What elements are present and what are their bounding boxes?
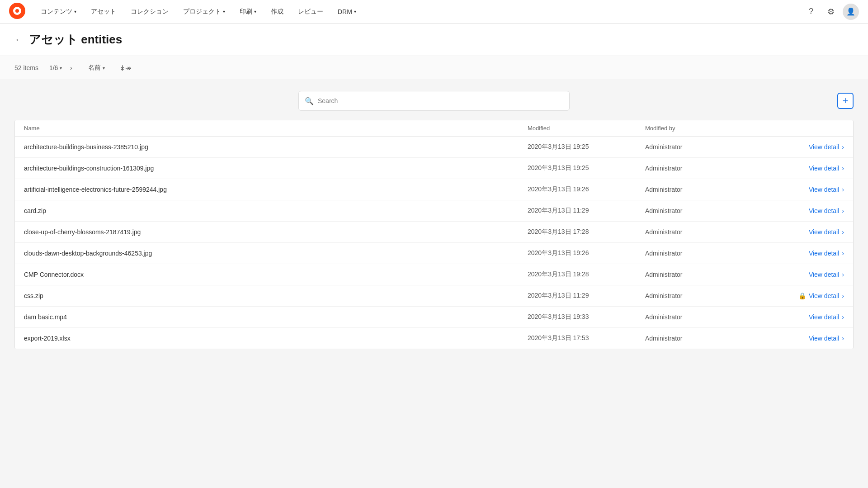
row-chevron-icon[interactable]: › xyxy=(842,292,844,299)
items-count: 52 items xyxy=(14,64,38,71)
settings-button[interactable]: ⚙ xyxy=(823,4,839,20)
cell-name: close-up-of-cherry-blossoms-2187419.jpg xyxy=(24,228,528,236)
lock-icon: 🔒 xyxy=(798,292,806,299)
view-detail-link[interactable]: View detail xyxy=(809,186,839,193)
view-detail-link[interactable]: View detail xyxy=(809,313,839,321)
cell-name: architecture-buildings-construction-1613… xyxy=(24,165,528,172)
table-header: Name Modified Modified by xyxy=(15,120,853,137)
cell-action: 🔒 View detail › xyxy=(763,292,844,299)
help-button[interactable]: ? xyxy=(803,4,819,20)
cell-action: View detail › xyxy=(763,335,844,342)
cell-name: artificial-intelligence-electronics-futu… xyxy=(24,186,528,193)
column-header-action xyxy=(763,125,844,132)
row-chevron-icon[interactable]: › xyxy=(842,165,844,172)
svg-point-2 xyxy=(15,9,19,13)
view-detail-link[interactable]: View detail xyxy=(809,250,839,257)
cell-modified-by: Administrator xyxy=(645,313,763,321)
next-page-button[interactable]: › xyxy=(65,62,77,74)
row-chevron-icon[interactable]: › xyxy=(842,313,844,321)
nav-item-drm[interactable]: DRM ▾ xyxy=(331,5,363,18)
plus-icon: + xyxy=(843,95,849,107)
chevron-right-icon: › xyxy=(70,64,72,71)
column-header-modified-by: Modified by xyxy=(645,125,763,132)
cell-action: View detail › xyxy=(763,228,844,236)
sort-by-name-button[interactable]: 名前 ▾ xyxy=(85,62,108,74)
cell-name: architecture-buildings-business-2385210.… xyxy=(24,143,528,151)
view-detail-link[interactable]: View detail xyxy=(809,228,839,236)
chevron-down-icon: ▾ xyxy=(354,9,356,14)
table-row: css.zip 2020年3月13日 11:29 Administrator 🔒… xyxy=(15,285,853,307)
cell-modified-by: Administrator xyxy=(645,271,763,278)
cell-modified-by: Administrator xyxy=(645,165,763,172)
table-row: clouds-dawn-desktop-backgrounds-46253.jp… xyxy=(15,243,853,264)
cell-modified-by: Administrator xyxy=(645,143,763,151)
cell-modified-by: Administrator xyxy=(645,335,763,342)
nav-item-review[interactable]: レビュー xyxy=(292,5,330,19)
view-detail-link[interactable]: View detail xyxy=(809,143,839,151)
assets-table: Name Modified Modified by architecture-b… xyxy=(14,120,854,349)
cell-name: CMP Connector.docx xyxy=(24,271,528,278)
cell-modified-by: Administrator xyxy=(645,186,763,193)
column-header-name: Name xyxy=(24,125,528,132)
back-button[interactable]: ← xyxy=(14,34,24,45)
nav-item-create[interactable]: 作成 xyxy=(264,5,290,19)
pagination: 1/6 ▾ › xyxy=(49,62,77,74)
user-avatar[interactable]: 👤 xyxy=(843,4,859,20)
toolbar: 52 items 1/6 ▾ › 名前 ▾ ↡↠ xyxy=(0,56,868,80)
cell-modified-by: Administrator xyxy=(645,250,763,257)
view-detail-link[interactable]: View detail xyxy=(809,165,839,172)
table-rows: architecture-buildings-business-2385210.… xyxy=(15,137,853,349)
row-chevron-icon[interactable]: › xyxy=(842,250,844,257)
page-header: ← アセット entities xyxy=(0,24,868,56)
add-button[interactable]: + xyxy=(837,93,854,109)
cell-modified: 2020年3月13日 11:29 xyxy=(528,207,645,215)
nav-item-print[interactable]: 印刷 ▾ xyxy=(233,5,263,19)
user-icon: 👤 xyxy=(846,7,855,16)
cell-name: card.zip xyxy=(24,207,528,214)
cell-name: dam basic.mp4 xyxy=(24,313,528,321)
cell-modified: 2020年3月13日 19:28 xyxy=(528,270,645,279)
back-arrow-icon: ← xyxy=(14,34,24,45)
cell-modified: 2020年3月13日 17:53 xyxy=(528,334,645,342)
table-row: CMP Connector.docx 2020年3月13日 19:28 Admi… xyxy=(15,264,853,285)
row-chevron-icon[interactable]: › xyxy=(842,335,844,342)
page-selector[interactable]: 1/6 ▾ xyxy=(49,64,62,71)
table-row: dam basic.mp4 2020年3月13日 19:33 Administr… xyxy=(15,307,853,328)
table-row: card.zip 2020年3月13日 11:29 Administrator … xyxy=(15,200,853,222)
cell-modified: 2020年3月13日 19:26 xyxy=(528,185,645,194)
row-chevron-icon[interactable]: › xyxy=(842,271,844,278)
main-content: 🔍 + Name Modified Modified by architectu… xyxy=(0,80,868,360)
nav-item-contents[interactable]: コンテンツ ▾ xyxy=(34,5,83,19)
view-detail-link[interactable]: View detail xyxy=(809,271,839,278)
cell-action: View detail › xyxy=(763,207,844,214)
nav-item-assets[interactable]: アセット xyxy=(85,5,123,19)
page-dropdown-icon: ▾ xyxy=(60,66,62,71)
column-header-modified: Modified xyxy=(528,125,645,132)
app-logo[interactable] xyxy=(9,3,34,20)
cell-action: View detail › xyxy=(763,186,844,193)
row-chevron-icon[interactable]: › xyxy=(842,186,844,193)
page-title: アセット entities xyxy=(29,32,122,47)
row-chevron-icon[interactable]: › xyxy=(842,228,844,236)
nav-items: コンテンツ ▾ アセット コレクション プロジェクト ▾ 印刷 ▾ 作成 レビュ… xyxy=(34,5,803,19)
cell-modified: 2020年3月13日 19:33 xyxy=(528,313,645,321)
cell-action: View detail › xyxy=(763,250,844,257)
search-input[interactable] xyxy=(298,91,570,111)
chevron-down-icon: ▾ xyxy=(74,9,76,14)
nav-item-collections[interactable]: コレクション xyxy=(124,5,175,19)
row-chevron-icon[interactable]: › xyxy=(842,207,844,214)
cell-action: View detail › xyxy=(763,313,844,321)
table-row: architecture-buildings-business-2385210.… xyxy=(15,137,853,158)
nav-item-projects[interactable]: プロジェクト ▾ xyxy=(177,5,231,19)
cell-name: export-2019.xlsx xyxy=(24,335,528,342)
cell-name: clouds-dawn-desktop-backgrounds-46253.jp… xyxy=(24,250,528,257)
cell-modified: 2020年3月13日 11:29 xyxy=(528,292,645,300)
table-row: artificial-intelligence-electronics-futu… xyxy=(15,179,853,200)
view-detail-link[interactable]: View detail xyxy=(809,335,839,342)
view-detail-link[interactable]: View detail xyxy=(809,292,839,299)
row-chevron-icon[interactable]: › xyxy=(842,143,844,151)
view-detail-link[interactable]: View detail xyxy=(809,207,839,214)
sort-icon: ↡↠ xyxy=(119,64,131,72)
sort-order-button[interactable]: ↡↠ xyxy=(116,62,135,74)
chevron-down-icon: ▾ xyxy=(223,9,225,14)
